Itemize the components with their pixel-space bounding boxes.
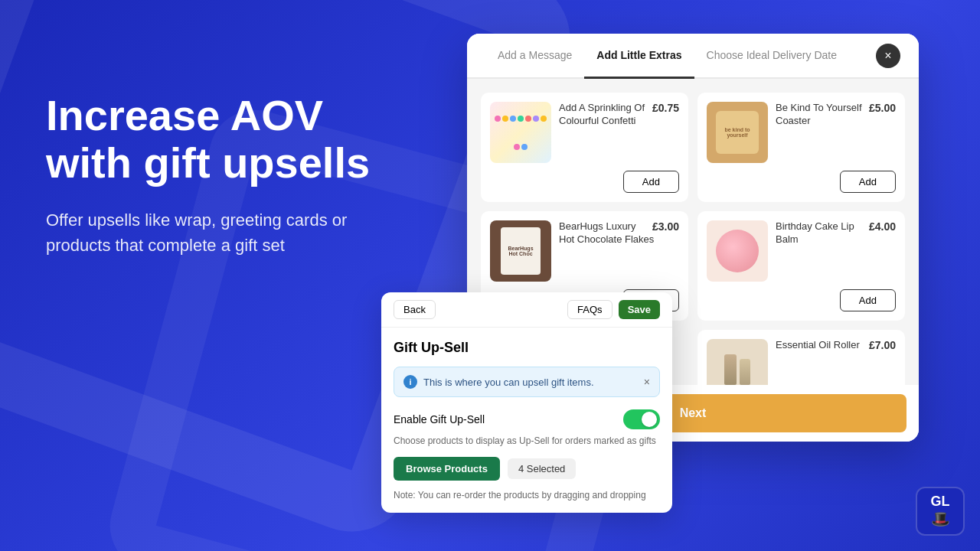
product-card: £0.75 Add A Sprinkling Of Colourful Conf… bbox=[481, 93, 688, 202]
product-top: BearHugsHot Choc £3.00 BearHugs Luxury H… bbox=[490, 220, 679, 282]
product-image-chocolate: BearHugsHot Choc bbox=[490, 220, 551, 282]
product-card: £7.00 Essential Oil Roller bbox=[697, 330, 905, 385]
info-banner-text: i This is where you can upsell gift item… bbox=[403, 375, 594, 389]
banner-close-button[interactable]: × bbox=[644, 376, 650, 388]
product-image-oil bbox=[707, 339, 768, 385]
choc-inner: BearHugsHot Choc bbox=[501, 227, 541, 275]
product-top: £7.00 Essential Oil Roller bbox=[707, 339, 896, 385]
toggle-description: Choose products to display as Up-Sell fo… bbox=[394, 435, 660, 446]
admin-header-buttons: FAQs Save bbox=[567, 300, 660, 319]
info-banner-message: This is where you can upsell gift items. bbox=[423, 377, 594, 388]
tab-bar: Add a Message Add Little Extras Choose I… bbox=[485, 34, 849, 77]
product-price: £3.00 bbox=[652, 220, 679, 233]
hero-title: Increase AOV with gift upsells bbox=[46, 92, 413, 186]
toggle-label: Enable Gift Up-Sell bbox=[394, 413, 485, 425]
toggle-row: Enable Gift Up-Sell bbox=[394, 409, 660, 429]
tab-add-extras[interactable]: Add Little Extras bbox=[584, 34, 694, 79]
tab-delivery-date[interactable]: Choose Ideal Delivery Date bbox=[694, 34, 849, 79]
back-button[interactable]: Back bbox=[394, 300, 436, 319]
drag-drop-note: Note: You can re-order the products by d… bbox=[394, 490, 660, 500]
selected-count-badge: 4 Selected bbox=[508, 458, 576, 479]
logo-badge: GL 🎩 bbox=[916, 487, 965, 536]
coaster-inner: be kind to yourself bbox=[716, 111, 759, 154]
browse-products-button[interactable]: Browse Products bbox=[394, 457, 500, 481]
save-button[interactable]: Save bbox=[619, 300, 660, 319]
admin-body: Gift Up-Sell i This is where you can ups… bbox=[381, 328, 672, 513]
product-info: £7.00 Essential Oil Roller bbox=[776, 339, 896, 355]
product-top: be kind to yourself £5.00 Be Kind To You… bbox=[707, 102, 896, 163]
product-price: £0.75 bbox=[652, 102, 679, 114]
product-card: £4.00 Birthday Cake Lip Balm Add bbox=[697, 211, 905, 321]
product-price: £5.00 bbox=[869, 102, 896, 114]
choc-label: BearHugsHot Choc bbox=[508, 246, 533, 256]
product-info: £5.00 Be Kind To Yourself Coaster bbox=[776, 102, 896, 131]
info-icon: i bbox=[403, 375, 417, 389]
add-product-button[interactable]: Add bbox=[840, 289, 896, 311]
hero-section: Increase AOV with gift upsells Offer ups… bbox=[46, 92, 413, 258]
product-price: £7.00 bbox=[869, 339, 896, 351]
product-info: £0.75 Add A Sprinkling Of Colourful Conf… bbox=[559, 102, 679, 131]
logo-icon: 🎩 bbox=[931, 510, 950, 528]
add-product-button[interactable]: Add bbox=[623, 171, 679, 193]
browse-row: Browse Products 4 Selected bbox=[394, 457, 660, 481]
tab-add-message[interactable]: Add a Message bbox=[485, 34, 584, 79]
oil-bottle-2 bbox=[740, 359, 750, 385]
product-card: be kind to yourself £5.00 Be Kind To You… bbox=[697, 93, 905, 202]
logo-text: GL bbox=[931, 494, 950, 508]
lip-circle bbox=[716, 230, 759, 272]
product-image-confetti bbox=[490, 102, 551, 163]
faqs-button[interactable]: FAQs bbox=[567, 300, 612, 319]
info-banner: i This is where you can upsell gift item… bbox=[394, 367, 660, 397]
admin-modal: Back FAQs Save Gift Up-Sell i This is wh… bbox=[381, 292, 672, 513]
admin-header: Back FAQs Save bbox=[381, 292, 672, 328]
product-info: £3.00 BearHugs Luxury Hot Chocolate Flak… bbox=[559, 220, 679, 249]
product-image-lip bbox=[707, 220, 768, 282]
product-price: £4.00 bbox=[869, 220, 896, 233]
modal-header: Add a Message Add Little Extras Choose I… bbox=[467, 34, 919, 79]
oil-bottle-1 bbox=[724, 354, 737, 385]
hero-subtitle: Offer upsells like wrap, greeting cards … bbox=[46, 207, 413, 258]
product-top: £0.75 Add A Sprinkling Of Colourful Conf… bbox=[490, 102, 679, 163]
product-image-coaster: be kind to yourself bbox=[707, 102, 768, 163]
product-info: £4.00 Birthday Cake Lip Balm bbox=[776, 220, 896, 249]
product-top: £4.00 Birthday Cake Lip Balm bbox=[707, 220, 896, 282]
admin-title: Gift Up-Sell bbox=[394, 340, 660, 356]
gift-upsell-toggle[interactable] bbox=[623, 409, 660, 429]
modal-close-button[interactable]: × bbox=[876, 44, 900, 68]
add-product-button[interactable]: Add bbox=[840, 171, 896, 193]
coaster-text: be kind to yourself bbox=[716, 127, 759, 138]
